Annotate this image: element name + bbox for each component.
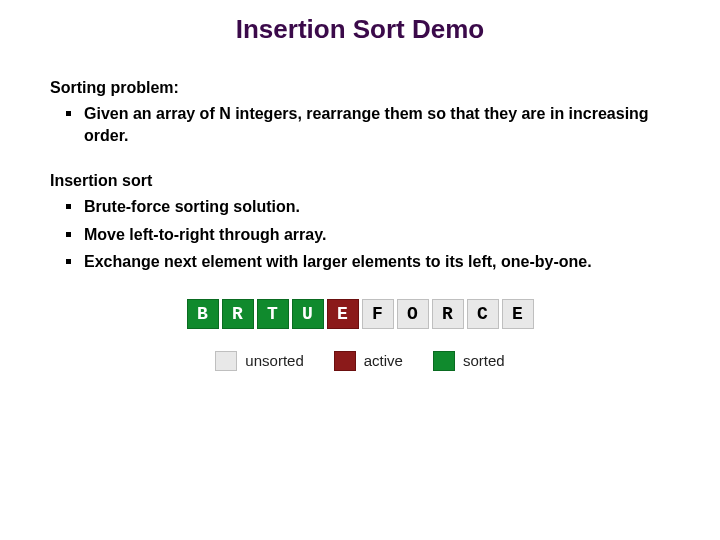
- array-cell: C: [467, 299, 499, 329]
- section2-list: Brute-force sorting solution. Move left-…: [60, 196, 670, 273]
- swatch-unsorted: [215, 351, 237, 371]
- legend-item-active: active: [334, 351, 403, 371]
- legend-label: sorted: [463, 352, 505, 369]
- section2-item: Brute-force sorting solution.: [60, 196, 670, 218]
- slide-title: Insertion Sort Demo: [0, 0, 720, 51]
- slide-content: Sorting problem: Given an array of N int…: [0, 51, 720, 371]
- section2-item: Exchange next element with larger elemen…: [60, 251, 670, 273]
- array-cell: E: [502, 299, 534, 329]
- array-cell: O: [397, 299, 429, 329]
- array-cell: F: [362, 299, 394, 329]
- array-cell: U: [292, 299, 324, 329]
- swatch-sorted: [433, 351, 455, 371]
- visualization: B R T U E F O R C E unsorted active sort…: [50, 299, 670, 371]
- section1-item: Given an array of N integers, rearrange …: [60, 103, 670, 146]
- array-cell: R: [432, 299, 464, 329]
- legend-label: unsorted: [245, 352, 303, 369]
- array-cells: B R T U E F O R C E: [187, 299, 534, 329]
- array-cell: E: [327, 299, 359, 329]
- section2-item: Move left-to-right through array.: [60, 224, 670, 246]
- array-cell: R: [222, 299, 254, 329]
- legend-item-sorted: sorted: [433, 351, 505, 371]
- legend: unsorted active sorted: [215, 351, 504, 371]
- section1-list: Given an array of N integers, rearrange …: [60, 103, 670, 146]
- legend-item-unsorted: unsorted: [215, 351, 303, 371]
- legend-label: active: [364, 352, 403, 369]
- section2-heading: Insertion sort: [50, 172, 670, 190]
- section1-heading: Sorting problem:: [50, 79, 670, 97]
- array-cell: T: [257, 299, 289, 329]
- swatch-active: [334, 351, 356, 371]
- array-cell: B: [187, 299, 219, 329]
